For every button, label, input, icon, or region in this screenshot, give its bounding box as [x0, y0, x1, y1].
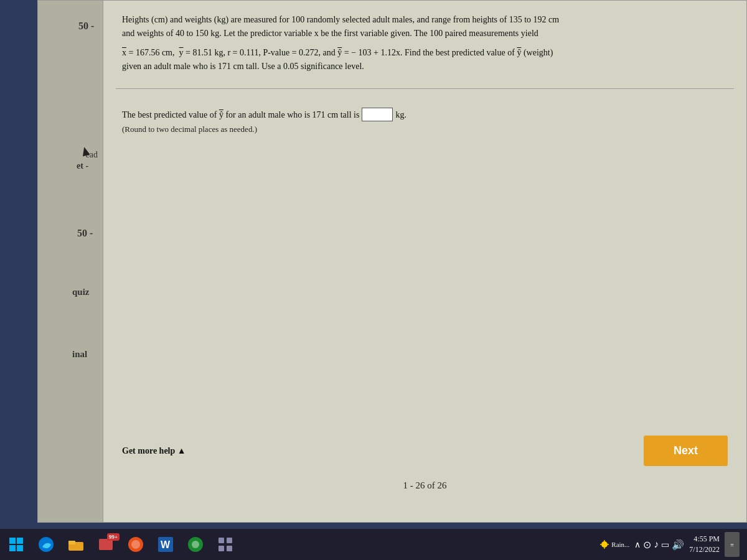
pagination: 1 - 26 of 26: [103, 480, 746, 491]
svg-point-13: [192, 541, 199, 548]
answer-prompt-line: The best predicted value of ŷ for an ad…: [122, 108, 728, 123]
time-text: 4:55 PM: [689, 534, 720, 544]
svg-rect-2: [9, 545, 16, 551]
sub-note: (Round to two decimal places as needed.): [122, 124, 728, 134]
start-button[interactable]: [2, 531, 30, 558]
notification-badge: 99+: [107, 533, 120, 541]
weather-text: Rain...: [611, 541, 629, 548]
battery-icon: ▭: [661, 539, 669, 550]
app1-icon: [126, 534, 146, 554]
sidebar-quiz: quiz: [72, 287, 90, 297]
next-button[interactable]: Next: [644, 436, 728, 466]
apps-grid-icon: [215, 534, 235, 554]
system-tray: Rain... ∧ ⊙ ♪ ▭ 🔊 4:55 PM 7/12/2022 ≡: [599, 532, 745, 557]
word-taskbar[interactable]: W: [152, 531, 179, 558]
apps-taskbar[interactable]: [212, 531, 239, 558]
taskbar: 99+ W: [0, 529, 747, 560]
edge-browser-taskbar[interactable]: [32, 531, 60, 558]
notification-taskbar[interactable]: 99+: [92, 531, 120, 558]
start-icon: [6, 534, 26, 554]
chevron-up-icon[interactable]: ∧: [634, 539, 641, 550]
svg-point-18: [601, 541, 608, 548]
left-sidebar: 50 - ead 50 - quiz inal: [38, 1, 103, 522]
sidebar-final: inal: [72, 349, 87, 360]
network-icon: ⊙: [643, 539, 651, 551]
file-explorer-taskbar[interactable]: [62, 531, 90, 558]
formula-text: x = 167.56 cm, y = 81.51 kg, r = 0.111, …: [122, 46, 553, 60]
get-more-help-link[interactable]: Get more help ▲: [122, 446, 186, 456]
svg-rect-14: [218, 538, 224, 543]
bottom-section: Get more help ▲ Next: [103, 429, 746, 472]
date-text: 7/12/2022: [689, 544, 720, 555]
svg-point-9: [131, 540, 140, 549]
svg-rect-3: [17, 545, 23, 551]
question-line4: given an adult male who is 171 cm tall. …: [122, 60, 728, 73]
question-line2: and weights of 40 to 150 kg. Let the pre…: [122, 29, 538, 38]
answer-input[interactable]: [362, 108, 393, 121]
notification-icon: 99+: [96, 534, 116, 554]
time-display[interactable]: 4:55 PM 7/12/2022: [689, 534, 720, 555]
svg-rect-0: [9, 538, 16, 544]
num-label-3: 50 -: [77, 228, 93, 239]
unit-label: kg.: [395, 108, 406, 123]
num-label-1: 50 -: [78, 21, 94, 32]
browser2-taskbar[interactable]: [182, 531, 209, 558]
show-desktop-icon: ≡: [730, 541, 734, 548]
svg-rect-1: [17, 538, 23, 544]
tray-icons: ∧ ⊙ ♪ ▭ 🔊: [634, 539, 684, 551]
question-section: Heights (cm) and weights (kg) are measur…: [103, 1, 746, 88]
weather-display: Rain...: [599, 539, 629, 549]
browser2-icon: [186, 534, 205, 554]
sidebar-et: et -: [77, 161, 88, 171]
main-window: ... 50 - ead 50 - quiz inal et - Heights…: [37, 0, 747, 523]
svg-rect-16: [218, 546, 224, 551]
formula-line: x = 167.56 cm, y = 81.51 kg, r = 0.111, …: [122, 46, 728, 60]
question-text: Heights (cm) and weights (kg) are measur…: [122, 13, 728, 41]
svg-rect-15: [227, 538, 232, 543]
show-desktop-button[interactable]: ≡: [725, 532, 740, 557]
sound-icon: ♪: [654, 539, 659, 550]
svg-rect-17: [227, 546, 232, 551]
volume-icon: 🔊: [672, 539, 684, 551]
question-line1: Heights (cm) and weights (kg) are measur…: [122, 15, 559, 24]
edge-icon: [36, 534, 56, 554]
answer-prompt-text: The best predicted value of ŷ for an ad…: [122, 108, 359, 123]
answer-section: The best predicted value of ŷ for an ad…: [103, 89, 746, 147]
app1-taskbar[interactable]: [122, 531, 149, 558]
word-icon: W: [156, 534, 176, 554]
svg-rect-6: [68, 541, 75, 544]
folder-icon: [66, 534, 86, 554]
svg-text:W: W: [161, 539, 171, 550]
